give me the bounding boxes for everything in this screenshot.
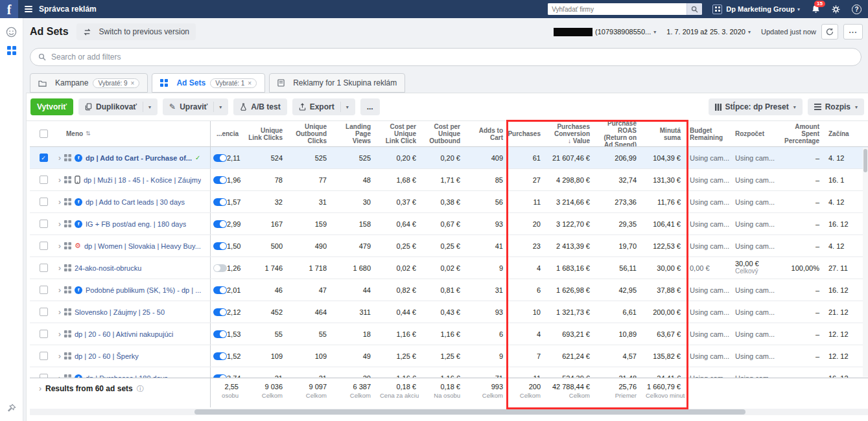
row-checkbox[interactable]	[40, 176, 48, 184]
switch-previous-version-button[interactable]: Switch to previous version	[76, 23, 196, 40]
pin-icon[interactable]	[6, 404, 16, 413]
adset-toggle[interactable]	[213, 198, 227, 206]
filters-search-input[interactable]: Search or add filters	[30, 48, 862, 66]
adset-name-link[interactable]: dp | 20 - 60 | Aktívni nakupujúci	[75, 330, 173, 338]
column-header-unique-outbound-clicks[interactable]: Unique Outbound Clicks	[287, 121, 331, 146]
adset-toggle[interactable]	[213, 154, 227, 162]
clear-selection-icon[interactable]: ×	[248, 80, 252, 87]
row-checkbox[interactable]	[40, 330, 48, 338]
table-row[interactable]: ›fdp | Purchases | 180 days3,742121201,1…	[30, 367, 868, 378]
adset-name-link[interactable]: dp | Add to Cart - Purchase of...	[86, 154, 192, 162]
adset-name-link[interactable]: IG + FB post/ad eng. | 180 days	[86, 220, 186, 228]
row-checkbox[interactable]	[40, 220, 48, 228]
column-header-encia[interactable]: ...encia	[211, 121, 243, 146]
vertical-scrollbar-thumb[interactable]	[863, 149, 867, 172]
adset-name-link[interactable]: dp | Muži | 18 - 45 | - Košice | Záujmy	[84, 176, 201, 184]
adset-toggle[interactable]	[213, 308, 227, 316]
column-header-minut-suma[interactable]: Minutá suma	[641, 121, 685, 146]
row-checkbox[interactable]	[40, 308, 48, 316]
table-row[interactable]: ›⚙dp | Women | Slovakia | Heavy Buy...1,…	[30, 235, 868, 257]
adset-name-link[interactable]: dp | 20 - 60 | Šperky	[75, 352, 139, 360]
settings-gear-icon[interactable]	[832, 5, 840, 14]
clear-selection-icon[interactable]: ×	[131, 80, 135, 87]
expand-chevron-icon[interactable]: ›	[58, 308, 61, 317]
adset-toggle[interactable]	[213, 352, 227, 360]
expand-chevron-icon[interactable]: ›	[58, 352, 61, 361]
create-button[interactable]: Vytvoriť	[30, 98, 73, 115]
column-header-purchases[interactable]: Purchases	[508, 121, 545, 146]
table-row[interactable]: ✓›fdp | Add to Cart - Purchase of...✓2,1…	[30, 147, 868, 169]
expand-chevron-icon[interactable]: ›	[58, 330, 61, 339]
horizontal-scrollbar-thumb[interactable]	[194, 409, 745, 415]
column-header-unique-link-clicks[interactable]: Unique Link Clicks	[243, 121, 287, 146]
tab-ads[interactable]: Reklamy for 1 Skupina reklám	[269, 73, 405, 93]
export-dropdown-icon[interactable]: ▾	[340, 102, 349, 112]
adset-name-link[interactable]: 24-ako-nosit-obrucku	[75, 264, 141, 272]
column-header-landing-page-views[interactable]: Landing Page Views	[331, 121, 375, 146]
date-range-selector[interactable]: 1. 7. 2019 až 25. 3. 2020 ▾	[666, 28, 751, 36]
adset-toggle[interactable]	[213, 220, 227, 228]
column-header-rozpo-et[interactable]: Rozpočet	[731, 121, 777, 146]
expand-chevron-icon[interactable]: ›	[58, 154, 61, 163]
column-header-amount-spent-percentage[interactable]: Amount Spent Percentage	[777, 121, 824, 146]
tab-campaigns[interactable]: Kampane Vybraté: 9×	[30, 73, 148, 93]
ad-account-selector[interactable]: (107938908550... ▾	[595, 28, 656, 36]
row-checkbox[interactable]	[40, 198, 48, 206]
table-row[interactable]: ›fIG + FB post/ad eng. | 180 days2,99167…	[30, 213, 868, 235]
business-account-menu[interactable]: Dp Marketing Group ▾	[712, 5, 800, 14]
search-icon[interactable]	[686, 3, 702, 15]
columns-button[interactable]: Stĺpce: dp Preset ▾	[709, 98, 803, 115]
expand-chevron-icon[interactable]: ›	[58, 264, 61, 273]
adset-name-link[interactable]: dp | Women | Slovakia | Heavy Buy...	[84, 242, 201, 250]
refresh-button[interactable]	[821, 24, 838, 40]
table-row[interactable]: ›dp | 20 - 60 | Šperky1,52109109491,25 €…	[30, 345, 868, 367]
ab-test-button[interactable]: A/B test	[233, 98, 287, 115]
table-row[interactable]: ›fPodobné publikum (SK, 1%) - dp | ...2,…	[30, 279, 868, 301]
row-checkbox[interactable]	[40, 352, 48, 360]
row-checkbox[interactable]: ✓	[40, 154, 48, 162]
column-header-purchases-conversion-value[interactable]: Purchases Conversion ↓ Value	[545, 121, 594, 146]
adset-name-link[interactable]: Slovensko | Záujmy | 25 - 50	[75, 308, 165, 316]
table-row[interactable]: ›dp | Muži | 18 - 45 | - Košice | Záujmy…	[30, 169, 868, 191]
adset-toggle[interactable]	[213, 286, 227, 294]
expand-chevron-icon[interactable]: ›	[58, 242, 61, 251]
expand-chevron-icon[interactable]: ›	[58, 176, 61, 185]
row-checkbox[interactable]	[40, 286, 48, 294]
column-header-meno[interactable]: Meno⇅	[57, 121, 211, 146]
info-icon[interactable]: ⓘ	[137, 384, 144, 394]
business-search-input[interactable]	[548, 3, 686, 15]
column-header-cost-per-unique-link-click[interactable]: Cost per Unique Link Click	[375, 121, 421, 146]
more-actions-button[interactable]: ...	[360, 98, 380, 115]
sidebar-item-ads-manager[interactable]	[7, 46, 16, 55]
notifications-bell-icon[interactable]: 15	[812, 5, 820, 14]
adset-toggle[interactable]	[213, 176, 227, 184]
breakdown-button[interactable]: Rozpis ▾	[808, 98, 864, 115]
column-header-za-na[interactable]: Začína	[824, 121, 868, 146]
table-row[interactable]: ›24-ako-nosit-obrucku1,261 7461 7181 680…	[30, 257, 868, 279]
tab-adsets[interactable]: Ad Sets Vybraté: 1×	[152, 73, 265, 93]
help-icon[interactable]: ?	[852, 5, 862, 14]
row-checkbox[interactable]	[40, 264, 48, 272]
column-header-cost-per-unique-outbound[interactable]: Cost per Unique Outbound	[421, 121, 465, 146]
feedback-smiley-icon[interactable]	[6, 27, 17, 38]
table-row[interactable]: ›Slovensko | Záujmy | 25 - 502,124524643…	[30, 301, 868, 323]
table-row[interactable]: ›dp | 20 - 60 | Aktívni nakupujúci1,5355…	[30, 323, 868, 345]
header-more-button[interactable]: ...	[843, 24, 863, 40]
adset-name-link[interactable]: dp | Add to Cart leads | 30 days	[86, 198, 185, 206]
facebook-logo-icon[interactable]: f	[0, 0, 18, 18]
adset-toggle[interactable]	[213, 242, 227, 250]
duplicate-button[interactable]: Duplikovať ▾	[78, 98, 158, 115]
table-row[interactable]: ›fdp | Add to Cart leads | 30 days1,5732…	[30, 191, 868, 213]
expand-chevron-icon[interactable]: ›	[58, 286, 61, 295]
edit-dropdown-icon[interactable]: ▾	[213, 102, 222, 112]
column-header-adds-to-cart[interactable]: Adds to Cart	[465, 121, 508, 146]
edit-button[interactable]: ✎ Upraviť ▾	[163, 98, 228, 115]
adset-name-link[interactable]: Podobné publikum (SK, 1%) - dp | ...	[86, 286, 201, 294]
expand-chevron-icon[interactable]: ›	[39, 384, 41, 393]
select-all-checkbox[interactable]	[40, 130, 48, 138]
adset-toggle[interactable]	[213, 264, 227, 272]
row-checkbox[interactable]	[40, 242, 48, 250]
duplicate-dropdown-icon[interactable]: ▾	[143, 102, 151, 112]
column-header-purchase-roas-return-on-ad-spend[interactable]: Purchase ROAS (Return on Ad Spend)	[594, 121, 641, 146]
expand-chevron-icon[interactable]: ›	[58, 198, 61, 207]
